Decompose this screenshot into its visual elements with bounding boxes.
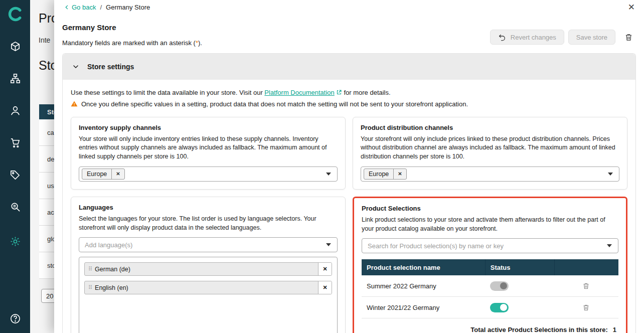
footer-value: 1 — [613, 326, 616, 333]
store-settings-section: Store settings Use these settings to lim… — [62, 53, 636, 333]
language-label: English (en) — [95, 281, 128, 294]
selected-languages-list: ⠿ German (de) ✕ ⠿ English (en) ✕ — [79, 257, 338, 333]
inventory-channels-select[interactable]: Europe ✕ — [79, 166, 338, 182]
page-header-left: Germany Store Mandatory fields are marke… — [62, 23, 202, 47]
toggle-knob — [500, 304, 507, 311]
mandatory-note-suffix: ). — [198, 39, 202, 47]
product-selections-table: Product selection name Status Summer 202… — [362, 259, 618, 333]
distribution-channels-select[interactable]: Europe ✕ — [361, 166, 619, 182]
trash-icon — [624, 33, 633, 42]
chevron-down-icon[interactable] — [608, 173, 613, 176]
go-back-link[interactable]: Go back — [64, 4, 96, 11]
card-description: Link product selections to your store an… — [362, 216, 618, 234]
selected-channel-chip: Europe ✕ — [364, 169, 407, 180]
column-header-status: Status — [485, 259, 554, 275]
settings-warning: Once you define specific values in a set… — [71, 100, 627, 109]
card-title: Product distribution channels — [361, 124, 619, 131]
chevron-down-icon[interactable] — [326, 173, 331, 176]
customers-icon — [10, 105, 21, 116]
inventory-supply-channels-card: Inventory supply channels Your store wil… — [71, 117, 346, 190]
store-detail-modal: Go back / Germany Store ✕ Germany Store … — [54, 0, 644, 333]
orders-icon — [10, 137, 21, 148]
table-row: Winter 2021/22 Germany — [362, 297, 618, 318]
modal-content: Germany Store Mandatory fields are marke… — [54, 14, 644, 333]
mandatory-note-text: Mandatory fields are marked with an aste… — [62, 39, 196, 47]
sidebar-item-products[interactable] — [9, 40, 22, 53]
page-title: Germany Store — [62, 23, 202, 32]
sidebar-item-discounts[interactable] — [9, 168, 22, 181]
logo-icon — [7, 6, 23, 22]
column-header-actions — [554, 259, 618, 275]
sidebar-item-audit[interactable] — [9, 200, 22, 213]
delete-store-button[interactable] — [621, 31, 636, 44]
revert-changes-button[interactable]: Revert changes — [490, 30, 564, 45]
external-link-icon[interactable] — [336, 88, 342, 98]
save-store-button[interactable]: Save store — [568, 30, 615, 45]
store-settings-header[interactable]: Store settings — [63, 54, 635, 80]
intro-text: Use these settings to limit the data ava… — [71, 89, 264, 96]
add-language-select[interactable]: Add language(s) — [79, 237, 338, 252]
product-distribution-channels-card: Product distribution channels Your store… — [353, 117, 627, 190]
help-icon — [10, 313, 21, 324]
chevron-down-icon[interactable] — [326, 243, 331, 246]
sidebar-item-settings[interactable] — [9, 235, 22, 248]
status-toggle[interactable] — [490, 303, 509, 312]
card-description: Select the languages for your store. The… — [79, 215, 338, 233]
sidebar-item-customers[interactable] — [9, 104, 22, 117]
commercetools-logo[interactable] — [7, 6, 23, 22]
language-label: German (de) — [95, 263, 130, 275]
remove-chip-icon[interactable]: ✕ — [111, 169, 124, 179]
mandatory-note: Mandatory fields are marked with an aste… — [62, 39, 202, 47]
intro-text-suffix: for more details. — [342, 89, 391, 96]
drag-handle-icon[interactable]: ⠿ — [85, 263, 95, 275]
languages-card: Languages Select the languages for your … — [71, 197, 346, 333]
gear-icon — [10, 236, 21, 247]
categories-icon — [10, 73, 21, 84]
sidebar-item-help[interactable] — [9, 312, 22, 325]
search-icon — [10, 201, 21, 213]
settings-intro: Use these settings to limit the data ava… — [71, 88, 627, 98]
sidebar-item-categories[interactable] — [9, 72, 22, 85]
chevron-down-icon[interactable] — [72, 63, 80, 71]
settings-cards-grid: Inventory supply channels Your store wil… — [71, 117, 627, 333]
remove-language-icon[interactable]: ✕ — [318, 263, 332, 275]
header-actions: Revert changes Save store — [490, 30, 636, 45]
list-item[interactable]: ⠿ German (de) ✕ — [84, 262, 332, 276]
save-store-label: Save store — [576, 34, 607, 41]
go-back-label: Go back — [72, 4, 96, 11]
discounts-icon — [10, 169, 21, 181]
select-placeholder: Add language(s) — [82, 241, 132, 249]
trash-icon[interactable] — [582, 304, 590, 311]
background-page-subtitle: Inte — [39, 36, 50, 44]
breadcrumb-separator: / — [100, 4, 102, 11]
app-sidebar — [0, 0, 30, 333]
remove-language-icon[interactable]: ✕ — [318, 281, 332, 294]
card-description: Your storefront will only include prices… — [361, 135, 619, 161]
drag-handle-icon[interactable]: ⠿ — [85, 281, 95, 294]
trash-icon[interactable] — [582, 282, 590, 290]
close-icon[interactable]: ✕ — [628, 3, 635, 12]
platform-documentation-link[interactable]: Platform Documentation — [264, 89, 334, 96]
card-title: Inventory supply channels — [79, 124, 338, 131]
search-placeholder: Search for Product selection(s) by name … — [365, 242, 504, 250]
list-item[interactable]: ⠿ English (en) ✕ — [84, 281, 332, 294]
sidebar-item-orders[interactable] — [9, 136, 22, 149]
product-selection-name: Winter 2021/22 Germany — [362, 304, 485, 311]
selected-channel-chip: Europe ✕ — [82, 169, 125, 180]
section-title: Store settings — [87, 63, 134, 71]
warning-text: Once you define specific values in a set… — [81, 100, 468, 109]
chevron-down-icon[interactable] — [607, 244, 612, 247]
product-selection-search-input[interactable]: Search for Product selection(s) by name … — [362, 238, 618, 253]
table-footer: Total active Product Selections in this … — [362, 318, 618, 333]
remove-chip-icon[interactable]: ✕ — [393, 169, 406, 179]
chip-label: Europe — [364, 169, 393, 179]
chevron-left-icon — [64, 5, 70, 10]
product-selection-name: Summer 2022 Germany — [362, 282, 485, 290]
breadcrumb-current: Germany Store — [106, 4, 150, 11]
table-row: Summer 2022 Germany — [362, 275, 618, 297]
warning-icon — [71, 100, 78, 107]
toggle-knob — [500, 282, 507, 289]
status-toggle[interactable] — [490, 281, 509, 291]
card-description: Your store will only include inventory e… — [79, 135, 338, 161]
table-header-row: Product selection name Status — [362, 259, 618, 275]
